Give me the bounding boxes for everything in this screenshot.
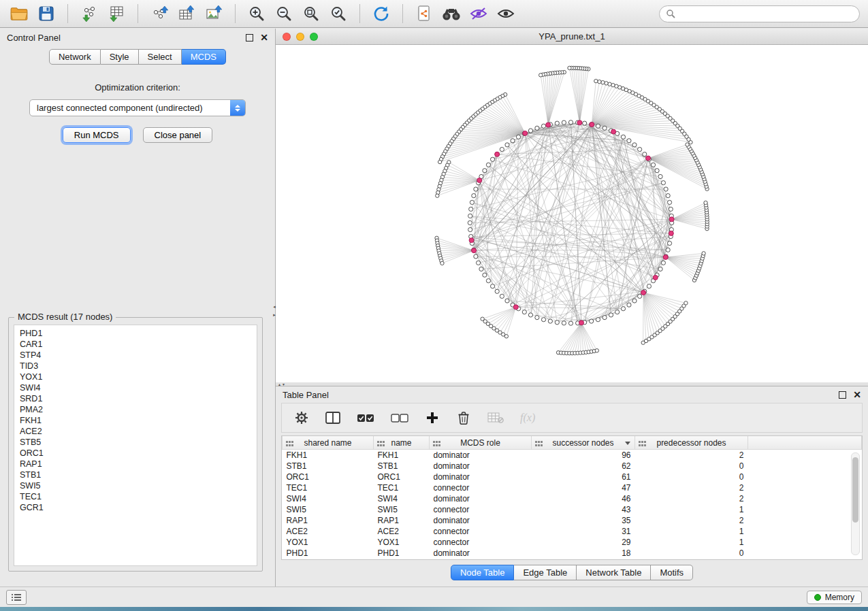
- export-network-icon[interactable]: [148, 3, 170, 24]
- run-mcds-button[interactable]: Run MCDS: [63, 127, 131, 143]
- zoom-in-icon[interactable]: [246, 3, 268, 24]
- show-columns-icon[interactable]: [325, 409, 340, 427]
- status-bar: Memory: [0, 587, 868, 607]
- mcds-result-title: MCDS result (17 nodes): [14, 312, 116, 322]
- network-canvas[interactable]: [276, 45, 868, 382]
- optimization-criterion-label: Optimization criterion:: [0, 82, 275, 93]
- list-item[interactable]: SWI5: [20, 480, 251, 491]
- table-row[interactable]: SWI5SWI5connector431: [283, 504, 862, 515]
- table-row[interactable]: STB1STB1dominator620: [283, 461, 862, 472]
- search-box[interactable]: [659, 5, 860, 22]
- criterion-dropdown[interactable]: largest connected component (undirected): [29, 99, 246, 116]
- column-grid-icon: [535, 440, 543, 449]
- table-row[interactable]: ACE2ACE2connector311: [283, 526, 862, 537]
- status-menu-icon[interactable]: [6, 590, 27, 605]
- table-settings-gear-icon[interactable]: [294, 409, 309, 427]
- application-window: ◂▸ Control Panel ✕ Network Style Select …: [0, 0, 868, 611]
- table-toolbar: f(x): [281, 403, 863, 433]
- tab-motifs[interactable]: Motifs: [651, 565, 693, 580]
- list-item[interactable]: YOX1: [20, 371, 251, 382]
- table-row[interactable]: RAP1RAP1dominator352: [283, 515, 862, 526]
- tab-mcds[interactable]: MCDS: [182, 49, 226, 65]
- tab-style[interactable]: Style: [101, 49, 139, 65]
- select-all-icon[interactable]: [357, 409, 374, 427]
- vertical-splitter-handle[interactable]: ◂▸: [272, 304, 277, 318]
- memory-button[interactable]: Memory: [807, 591, 862, 604]
- column-grid-icon: [433, 440, 440, 449]
- float-table-panel-icon[interactable]: [839, 391, 846, 399]
- close-panel-icon[interactable]: ✕: [260, 33, 268, 42]
- table-row[interactable]: FKH1FKH1dominator962: [283, 450, 862, 461]
- tab-network[interactable]: Network: [49, 49, 101, 65]
- table-header-row: shared name name MCDS role successor nod…: [283, 436, 862, 450]
- scrollbar-thumb[interactable]: [852, 457, 858, 523]
- sort-dropdown-icon[interactable]: [625, 442, 630, 445]
- table-row[interactable]: ORC1ORC1dominator610: [283, 472, 862, 482]
- table-vertical-scrollbar[interactable]: [851, 452, 860, 555]
- list-item[interactable]: TEC1: [20, 491, 251, 502]
- list-item[interactable]: RAP1: [20, 459, 251, 469]
- export-table-icon[interactable]: [176, 3, 197, 24]
- control-panel: Control Panel ✕ Network Style Select MCD…: [0, 29, 276, 587]
- search-input[interactable]: [679, 8, 853, 20]
- refresh-icon[interactable]: [370, 3, 392, 24]
- show-details-eye-icon[interactable]: [495, 3, 517, 24]
- list-item[interactable]: STB1: [20, 469, 251, 480]
- tab-network-table[interactable]: Network Table: [577, 565, 651, 580]
- import-table-icon[interactable]: [106, 3, 127, 24]
- tab-select[interactable]: Select: [139, 49, 182, 65]
- table-row[interactable]: YOX1YOX1connector291: [283, 537, 862, 548]
- list-item[interactable]: PMA2: [20, 404, 251, 415]
- deselect-all-icon[interactable]: [391, 409, 408, 427]
- list-item[interactable]: ORC1: [20, 448, 251, 459]
- table-row[interactable]: PHD1PHD1dominator180: [283, 548, 862, 559]
- node-table-body: FKH1FKH1dominator962STB1STB1dominator620…: [283, 450, 862, 559]
- tab-edge-table[interactable]: Edge Table: [514, 565, 577, 580]
- table-panel: Table Panel ✕: [276, 386, 868, 587]
- column-header-predecessor-nodes[interactable]: predecessor nodes: [635, 436, 748, 450]
- list-item[interactable]: SRD1: [20, 393, 251, 404]
- zoom-out-icon[interactable]: [273, 3, 295, 24]
- mcds-result-list[interactable]: PHD1CAR1STP4TID3YOX1SWI4SRD1PMA2FKH1ACE2…: [14, 325, 257, 566]
- close-panel-button[interactable]: Close panel: [143, 127, 213, 143]
- list-item[interactable]: ACE2: [20, 426, 251, 437]
- column-header-name[interactable]: name: [374, 436, 430, 450]
- window-close-icon[interactable]: [283, 33, 291, 41]
- add-column-icon[interactable]: [425, 409, 440, 427]
- tab-node-table[interactable]: Node Table: [451, 565, 515, 580]
- close-table-panel-icon[interactable]: ✕: [853, 390, 861, 399]
- list-item[interactable]: TID3: [20, 361, 251, 371]
- toolbar-separator: [235, 4, 236, 23]
- window-zoom-icon[interactable]: [310, 33, 318, 41]
- list-item[interactable]: STB5: [20, 437, 251, 448]
- list-item[interactable]: PHD1: [20, 328, 251, 339]
- open-file-icon[interactable]: [8, 3, 30, 24]
- table-panel-tabs: Node Table Edge Table Network Table Moti…: [276, 565, 868, 580]
- table-panel-title: Table Panel: [283, 390, 329, 400]
- column-header-shared-name[interactable]: shared name: [283, 436, 374, 450]
- delete-column-icon[interactable]: [456, 409, 471, 427]
- find-binoculars-icon[interactable]: [440, 3, 462, 24]
- float-panel-icon[interactable]: [246, 34, 253, 42]
- list-item[interactable]: CAR1: [20, 339, 251, 350]
- zoom-selected-icon[interactable]: [327, 3, 349, 24]
- list-item[interactable]: SWI4: [20, 382, 251, 393]
- window-minimize-icon[interactable]: [296, 33, 304, 41]
- column-header-mcds-role[interactable]: MCDS role: [430, 436, 532, 450]
- import-network-icon[interactable]: [78, 3, 100, 24]
- column-header-successor-nodes[interactable]: successor nodes: [532, 436, 635, 450]
- list-item[interactable]: GCR1: [20, 502, 251, 513]
- list-item[interactable]: STP4: [20, 350, 251, 361]
- right-column: YPA_prune.txt_1 ▴▾ Table Panel ✕: [276, 29, 868, 587]
- save-session-icon[interactable]: [35, 3, 57, 24]
- hide-details-icon[interactable]: [468, 3, 489, 24]
- list-item[interactable]: FKH1: [20, 415, 251, 426]
- network-graph[interactable]: [276, 45, 868, 382]
- table-row[interactable]: SWI4SWI4dominator462: [283, 493, 862, 504]
- zoom-fit-icon[interactable]: [300, 3, 322, 24]
- search-icon: [666, 9, 675, 18]
- export-image-icon[interactable]: [203, 3, 225, 24]
- table-row[interactable]: TEC1TEC1connector472: [283, 482, 862, 493]
- column-grid-icon: [377, 440, 385, 449]
- clone-network-icon[interactable]: [413, 3, 435, 24]
